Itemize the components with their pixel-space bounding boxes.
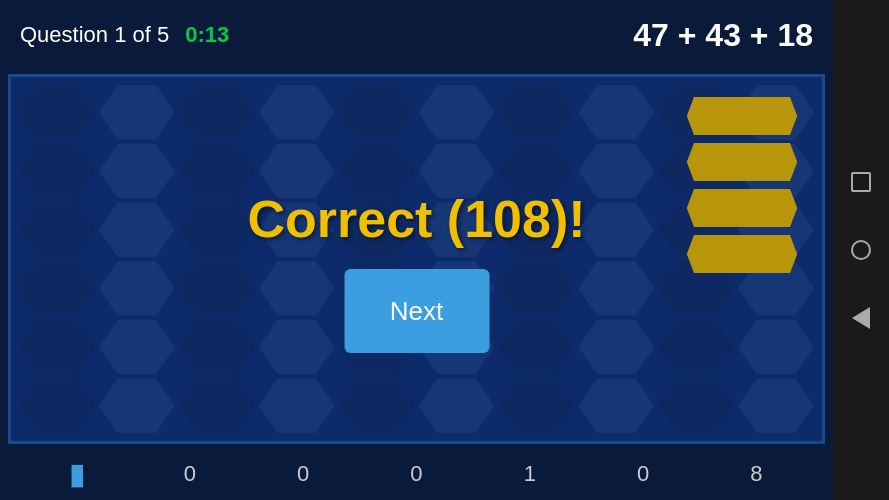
circle-icon: [851, 240, 871, 260]
score-5: 8: [736, 461, 776, 487]
hex-cell: [658, 378, 734, 433]
hex-cell: [259, 261, 335, 316]
hex-cell: [179, 144, 255, 199]
hex-cell: [259, 378, 335, 433]
score-indicator: ▮: [57, 458, 97, 491]
hex-cell: [498, 320, 574, 375]
hex-cell: [578, 202, 654, 257]
timer: 0:13: [185, 22, 229, 48]
gold-hex-4: [682, 235, 802, 273]
game-area: Correct (108)! Next: [8, 74, 825, 444]
hex-cell: [498, 261, 574, 316]
score-3: 1: [510, 461, 550, 487]
correct-message: Correct (108)!: [247, 189, 585, 249]
hex-cell: [738, 320, 814, 375]
hex-cell: [339, 85, 415, 140]
header: Question 1 of 5 0:13 47 + 43 + 18: [0, 0, 833, 70]
hex-cell: [578, 144, 654, 199]
score-2: 0: [396, 461, 436, 487]
hex-cell: [498, 378, 574, 433]
hex-cell: [19, 85, 95, 140]
header-left: Question 1 of 5 0:13: [20, 22, 229, 48]
equation: 47 + 43 + 18: [633, 17, 813, 54]
score-4: 0: [623, 461, 663, 487]
square-button[interactable]: [847, 168, 875, 196]
hex-cell: [738, 378, 814, 433]
hex-cell: [578, 378, 654, 433]
hex-cell: [19, 202, 95, 257]
hex-cell: [99, 144, 175, 199]
back-button[interactable]: [847, 304, 875, 332]
main-area: Question 1 of 5 0:13 47 + 43 + 18 Correc…: [0, 0, 833, 500]
hex-cell: [19, 378, 95, 433]
hex-cell: [19, 320, 95, 375]
hex-cell: [578, 261, 654, 316]
hex-cell: [99, 320, 175, 375]
hex-cell: [179, 320, 255, 375]
hex-cell: [578, 85, 654, 140]
hex-cell: [179, 378, 255, 433]
gold-hex-2: [682, 143, 802, 181]
hex-cell: [658, 320, 734, 375]
hex-cell: [419, 378, 495, 433]
hex-cell: [179, 261, 255, 316]
circle-button[interactable]: [847, 236, 875, 264]
gold-hex-3: [682, 189, 802, 227]
gold-hexes: [682, 97, 802, 273]
hex-cell: [99, 85, 175, 140]
score-1: 0: [283, 461, 323, 487]
hex-cell: [419, 85, 495, 140]
hex-cell: [99, 378, 175, 433]
hex-cell: [498, 85, 574, 140]
hex-cell: [259, 320, 335, 375]
next-button[interactable]: Next: [344, 269, 489, 353]
gold-hex-1: [682, 97, 802, 135]
hex-cell: [19, 261, 95, 316]
square-icon: [851, 172, 871, 192]
hex-cell: [259, 85, 335, 140]
hex-cell: [19, 144, 95, 199]
hex-cell: [339, 378, 415, 433]
hex-cell: [179, 202, 255, 257]
hex-cell: [179, 85, 255, 140]
question-label: Question 1 of 5: [20, 22, 169, 48]
hex-cell: [99, 261, 175, 316]
back-icon: [852, 307, 870, 329]
score-bar: ▮ 0 0 0 1 0 8: [0, 448, 833, 500]
score-0: 0: [170, 461, 210, 487]
hex-cell: [578, 320, 654, 375]
hex-cell: [99, 202, 175, 257]
android-sidebar: [833, 0, 889, 500]
